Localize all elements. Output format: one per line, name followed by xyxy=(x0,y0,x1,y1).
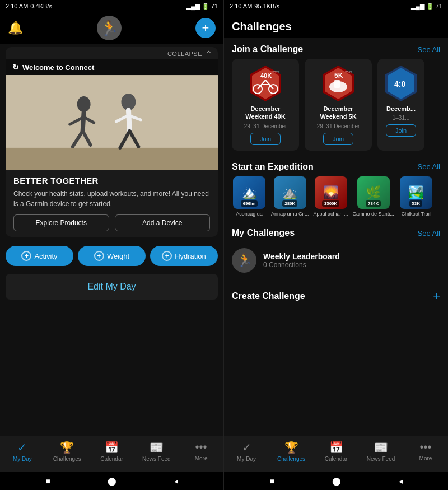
avatar[interactable]: 🏃 xyxy=(97,16,122,40)
challenge-cards-row: 40K 2023 December Weekend 40K 29–31 Dece… xyxy=(224,59,448,155)
challenges-label-right: Challenges xyxy=(277,456,305,462)
hydration-label: Hydration xyxy=(175,252,206,260)
exp-dist-aconcagua: 696lm xyxy=(241,200,258,207)
status-right: ▂▄▆ 🔋 71 xyxy=(186,3,218,10)
expedition-see-all[interactable]: See All xyxy=(418,162,440,171)
add-device-button[interactable]: Add a Device xyxy=(115,214,211,231)
time-right: 2:10 AM xyxy=(230,3,252,10)
calendar-icon-right: 📅 xyxy=(329,441,343,454)
welcome-card: COLLAPSE ⌃ ↻ Welcome to Connect xyxy=(6,47,218,237)
card-image xyxy=(6,75,218,170)
nav-calendar-left[interactable]: 📅 Calendar xyxy=(90,441,134,462)
challenge-date-5k: 29–31 December xyxy=(317,123,360,129)
bell-icon[interactable]: 🔔 xyxy=(8,21,23,35)
exp-dist-annapurna: 280K xyxy=(282,200,297,207)
svg-point-8 xyxy=(121,94,136,110)
expedition-aconcagua[interactable]: 🏔️ 696lm Aconcag ua xyxy=(232,176,267,217)
create-challenge-row: Create Challenge + xyxy=(224,281,448,311)
nav-newsfeed-left[interactable]: 📰 News Feed xyxy=(134,441,179,462)
add-hydration-button[interactable]: + Hydration xyxy=(150,246,218,266)
card-actions: Explore Products Add a Device xyxy=(13,214,210,231)
nav-challenges-left[interactable]: 🏆 Challenges xyxy=(45,441,90,462)
circle-icon-left[interactable]: ⬤ xyxy=(108,477,116,486)
nav-my-day-right[interactable]: ✓ My Day xyxy=(224,441,269,462)
join-40k-button[interactable]: Join xyxy=(250,133,281,145)
nav-more-left[interactable]: ••• More xyxy=(179,441,223,462)
challenges-label-left: Challenges xyxy=(53,456,81,462)
right-header: Challenges xyxy=(224,12,448,38)
battery-pct-left: 71 xyxy=(211,3,218,10)
expedition-chilkoot[interactable]: 🏞️ 53K Chilkoot Trail xyxy=(399,176,433,217)
challenge-name-40k: December Weekend 40K xyxy=(236,105,295,121)
challenge-card-40k: 40K 2023 December Weekend 40K 29–31 Dece… xyxy=(232,59,299,151)
edit-my-day-text: Edit My Day xyxy=(87,282,136,291)
plus-hydration-icon: + xyxy=(162,251,172,261)
exp-name-chilkoot: Chilkoot Trail xyxy=(402,211,431,217)
data-speed-left: 0.4KB/s xyxy=(30,3,52,10)
exp-name-camino: Camino de Santi... xyxy=(353,211,394,217)
add-activity-button[interactable]: + Activity xyxy=(6,246,73,266)
runner-icon: 🏃 xyxy=(100,20,118,37)
left-bottom-nav: ✓ My Day 🏆 Challenges 📅 Calendar 📰 News … xyxy=(0,436,223,472)
svg-text:5K: 5K xyxy=(334,72,343,80)
right-bottom-nav: ✓ My Day 🏆 Challenges 📅 Calendar 📰 News … xyxy=(224,436,448,472)
exp-badge-annapurna: ⛰️ 280K xyxy=(274,176,306,209)
join-see-all[interactable]: See All xyxy=(418,45,440,54)
status-left: 2:10 AM 0.4KB/s xyxy=(6,3,52,10)
my-day-label-left: My Day xyxy=(13,456,32,462)
join-section-header: Join a Challenge See All xyxy=(224,38,448,59)
my-day-label-right: My Day xyxy=(237,456,256,462)
right-status-left: 2:10 AM 95.1KB/s xyxy=(230,3,279,10)
svg-line-9 xyxy=(128,110,129,131)
nav-challenges-right[interactable]: 🏆 Challenges xyxy=(269,441,314,462)
create-challenge-plus-icon[interactable]: + xyxy=(433,289,440,304)
circle-icon-right[interactable]: ⬤ xyxy=(332,477,341,486)
square-icon-left[interactable]: ■ xyxy=(45,477,50,486)
join-5k-button[interactable]: Join xyxy=(323,133,353,145)
weight-label: Weight xyxy=(107,252,129,260)
create-challenge-label: Create Challenge xyxy=(232,291,305,301)
back-icon-right[interactable]: ◂ xyxy=(399,477,403,486)
calendar-label-left: Calendar xyxy=(100,456,123,462)
challenge-card-partial: 4:0 Decemb... 1–31... Join xyxy=(377,59,424,151)
challenges-scroll[interactable]: Join a Challenge See All 40K xyxy=(224,38,448,436)
collapse-bar: COLLAPSE ⌃ xyxy=(6,47,218,59)
add-weight-button[interactable]: + Weight xyxy=(78,246,146,266)
challenge-card-5k: 5K 2023 December Weekend 5K 29–31 Decemb… xyxy=(305,59,372,151)
nav-calendar-right[interactable]: 📅 Calendar xyxy=(314,441,358,462)
my-challenge-weekly[interactable]: 🏃 Weekly Leaderboard 0 Connections xyxy=(224,242,448,278)
more-icon-right: ••• xyxy=(419,441,431,454)
exp-dist-chilkoot: 53K xyxy=(409,200,422,207)
chevron-up-icon[interactable]: ⌃ xyxy=(206,49,212,58)
challenges-icon-left: 🏆 xyxy=(60,441,74,454)
expedition-annapurna[interactable]: ⛰️ 280K Annap urna Cir... xyxy=(271,176,309,217)
explore-products-button[interactable]: Explore Products xyxy=(13,214,109,231)
add-button[interactable]: + xyxy=(195,18,216,38)
my-day-icon-right: ✓ xyxy=(242,441,251,454)
plus-weight-icon: + xyxy=(94,251,104,261)
svg-rect-1 xyxy=(6,148,218,170)
join-partial-button[interactable]: Join xyxy=(386,124,416,137)
square-icon-right[interactable]: ■ xyxy=(269,477,274,486)
more-label-right: More xyxy=(419,455,432,461)
battery-left: 🔋 xyxy=(202,3,209,10)
nav-newsfeed-right[interactable]: 📰 News Feed xyxy=(358,441,403,462)
data-speed-right: 95.1KB/s xyxy=(254,3,279,10)
nav-my-day-left[interactable]: ✓ My Day xyxy=(0,441,45,462)
my-challenges-see-all[interactable]: See All xyxy=(418,229,440,237)
back-icon-left[interactable]: ◂ xyxy=(174,477,178,486)
expedition-camino[interactable]: 🌿 784K Camino de Santi... xyxy=(353,176,394,217)
my-challenges-title: My Challenges xyxy=(232,228,295,238)
quick-add-bar: + Activity + Weight + Hydration xyxy=(0,240,223,272)
join-section-title: Join a Challenge xyxy=(232,44,303,54)
badge-5k: 5K 2023 xyxy=(319,64,357,102)
more-icon-left: ••• xyxy=(195,441,207,454)
challenges-icon-right: 🏆 xyxy=(284,441,298,454)
activity-label: Activity xyxy=(34,252,57,260)
expedition-appalachian[interactable]: 🌄 3500K Appal achian ... xyxy=(314,176,348,217)
edit-my-day-section[interactable]: Edit My Day xyxy=(6,274,218,300)
right-panel: 2:10 AM 95.1KB/s ▂▄▆ 🔋 71 Challenges Joi… xyxy=(224,0,448,490)
newsfeed-icon-right: 📰 xyxy=(374,441,388,454)
nav-more-right[interactable]: ••• More xyxy=(403,441,448,462)
svg-point-2 xyxy=(77,96,91,112)
